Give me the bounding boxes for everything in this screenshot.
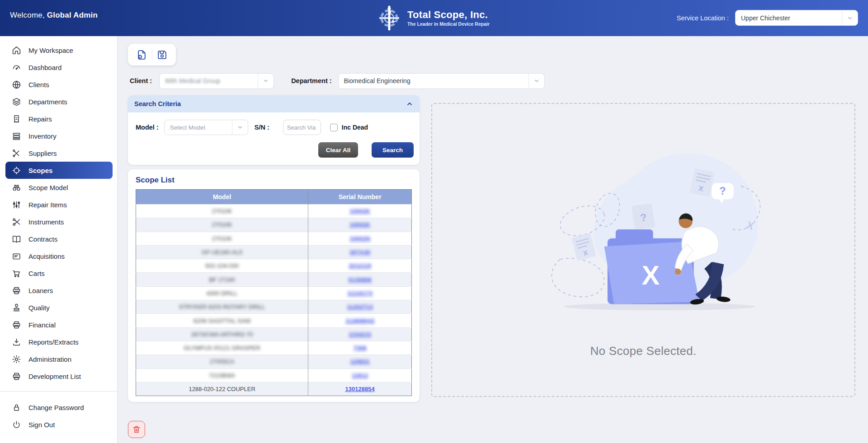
client-label: Client :	[130, 77, 152, 84]
sidebar-item-sign-out[interactable]: Sign Out	[0, 416, 117, 433]
power-icon	[12, 420, 21, 429]
model-select[interactable]: Select Model	[164, 120, 248, 135]
model-label: Model :	[136, 124, 159, 131]
delete-button[interactable]	[128, 421, 145, 438]
brand: Total Scope, Inc. The Leader in Medical …	[378, 5, 490, 31]
printer-icon	[12, 320, 21, 330]
serial-number-link[interactable]: 7308	[354, 345, 367, 351]
chevron-down-icon	[528, 74, 544, 89]
table-row: 27010K10002N	[136, 232, 412, 245]
serial-cell: 10002K	[308, 205, 412, 218]
serial-number-link[interactable]: 11116173	[347, 290, 373, 297]
model-cell: 27010K	[136, 232, 308, 245]
brand-name: Total Scope, Inc.	[407, 9, 490, 20]
service-location-label: Service Location :	[677, 14, 729, 22]
search-criteria-header[interactable]: Search Criteria	[128, 95, 420, 112]
sidebar-item-contracts[interactable]: Contracts	[0, 230, 117, 247]
total-scope-logo-icon	[378, 5, 402, 31]
layers-icon	[12, 97, 21, 107]
sn-input[interactable]	[283, 120, 321, 135]
sidebar-item-dashboard[interactable]: Dashboard	[0, 59, 117, 76]
clear-all-button[interactable]: Clear All	[318, 142, 358, 158]
chevron-down-icon	[842, 10, 858, 25]
save-button[interactable]	[152, 46, 172, 63]
sidebar-item-label: Repair Items	[28, 201, 67, 209]
sidebar-item-repair-items[interactable]: Repair Items	[0, 196, 117, 213]
sidebar-item-label: Instruments	[28, 218, 64, 226]
department-select[interactable]: Biomedical Engineering	[338, 73, 545, 89]
no-scope-illustration: X ? X X X	[521, 134, 765, 332]
search-button[interactable]: Search	[372, 142, 414, 158]
lock-icon	[12, 403, 21, 412]
serial-number-link[interactable]: 112808043	[345, 317, 374, 324]
sidebar-item-repairs[interactable]: Repairs	[0, 110, 117, 127]
sidebar-divider	[0, 391, 117, 392]
serial-number-link[interactable]: 10002N	[349, 235, 370, 242]
chevron-up-icon[interactable]	[406, 100, 413, 107]
new-file-button[interactable]	[132, 46, 152, 63]
sidebar-item-label: Inventory	[28, 132, 57, 140]
serial-cell: 7308	[308, 341, 412, 354]
search-criteria-body: Model : Select Model S/N : Inc Dead Clea…	[128, 112, 420, 165]
client-value: 88th Medical Group	[165, 77, 220, 84]
sidebar-item-development-list[interactable]: Development List	[0, 368, 117, 385]
serial-number-link[interactable]: 11252713	[347, 303, 373, 310]
sidebar-item-change-password[interactable]: Change Password	[0, 399, 117, 416]
serial-cell: 112808043	[308, 314, 412, 327]
serial-number-link[interactable]: 10002K	[349, 208, 370, 215]
sidebar-item-label: Acquisitions	[28, 252, 65, 260]
model-cell: 1288-020-122 COUPLER	[136, 382, 308, 396]
toolbar	[128, 44, 176, 65]
sidebar-item-carts[interactable]: Carts	[0, 265, 117, 282]
sidebar-item-acquisitions[interactable]: Acquisitions	[0, 247, 117, 265]
sidebar-item-financial[interactable]: Financial	[0, 316, 117, 333]
sidebar-item-inventory[interactable]: Inventory	[0, 127, 117, 145]
sidebar-item-label: Development List	[28, 373, 81, 380]
service-location-select[interactable]: Upper Chichester	[735, 10, 858, 26]
model-cell: 27010K	[136, 205, 308, 218]
model-cell: 4300 DRILL	[136, 286, 308, 300]
sidebar-item-label: Change Password	[28, 404, 84, 411]
serial-number-link[interactable]: 307A30	[349, 249, 370, 256]
table-row: 502-104-0303212119	[136, 259, 412, 273]
sidebar-item-clients[interactable]: Clients	[0, 76, 117, 93]
serial-number-link[interactable]: 10002K	[349, 221, 370, 228]
serial-number-link[interactable]: 120831	[350, 358, 369, 365]
inc-dead-checkbox[interactable]	[330, 124, 338, 131]
target-icon	[12, 166, 21, 175]
sidebar-item-suppliers[interactable]: Suppliers	[0, 145, 117, 162]
serial-number-link[interactable]: 1154215	[349, 331, 371, 338]
department-value: Biomedical Engineering	[344, 77, 410, 84]
serial-cell: 11252713	[308, 300, 412, 314]
sidebar-item-scopes[interactable]: Scopes	[5, 162, 113, 179]
sidebar-item-administration[interactable]: Administration	[0, 350, 117, 368]
sidebar-item-label: Departments	[28, 98, 67, 106]
sidebar-item-scope-model[interactable]: Scope Model	[0, 179, 117, 196]
table-row: 27010K10002K	[136, 218, 412, 232]
sidebar-item-label: Scope Model	[28, 184, 68, 191]
sidebar-item-departments[interactable]: Departments	[0, 93, 117, 110]
cart-icon	[12, 269, 21, 278]
sidebar-item-loaners[interactable]: Loaners	[0, 282, 117, 299]
serial-number-link[interactable]: 5130808	[349, 276, 372, 283]
serial-number-link[interactable]: 3212119	[349, 262, 371, 269]
sn-label: S/N :	[255, 124, 269, 131]
sidebar-item-reports-extracts[interactable]: Reports/Extracts	[0, 333, 117, 350]
column-header-model: Model	[136, 190, 308, 205]
sidebar-item-label: Financial	[28, 321, 56, 329]
sidebar-item-label: Reports/Extracts	[28, 338, 79, 346]
tools-icon	[12, 149, 21, 158]
client-select[interactable]: 88th Medical Group	[159, 73, 274, 89]
model-cell: 7210BWA	[136, 368, 308, 382]
chevron-down-icon	[232, 120, 248, 135]
table-row: 1288-020-122 COUPLER130128854	[136, 382, 412, 396]
scope-list-title: Scope List	[136, 176, 412, 185]
sidebar-item-my-workspace[interactable]: My Workspace	[0, 42, 117, 59]
serial-cell: 12812	[308, 368, 412, 382]
sidebar-item-instruments[interactable]: Instruments	[0, 213, 117, 230]
model-cell: STRYKER 6203 ROTARY DRILL	[136, 300, 308, 314]
inventory-icon	[12, 131, 21, 141]
sidebar-item-quality[interactable]: Quality	[0, 299, 117, 316]
serial-number-link[interactable]: 130128854	[345, 386, 375, 392]
serial-number-link[interactable]: 12812	[352, 372, 368, 379]
